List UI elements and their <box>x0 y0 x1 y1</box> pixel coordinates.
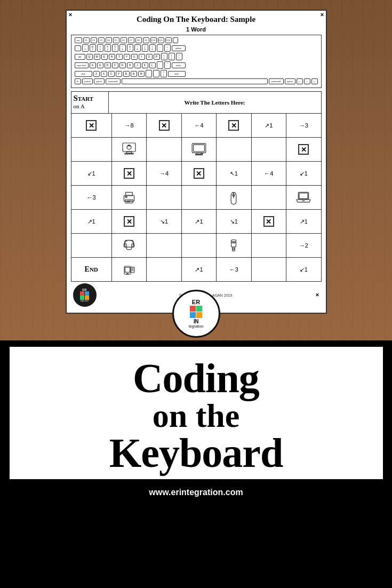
key-quote: "' <box>164 61 171 69</box>
key-minus: _- <box>157 44 163 52</box>
cell-4-4 <box>181 186 216 210</box>
key-p: P <box>154 54 160 60</box>
direction-text: ←4 <box>194 122 203 129</box>
svg-rect-21 <box>299 193 308 198</box>
svg-rect-28 <box>231 240 236 248</box>
key-fn: fn <box>75 78 81 84</box>
key-f3: F3 <box>98 37 105 43</box>
key-v: V <box>116 71 122 77</box>
key-tab: tab <box>75 54 85 60</box>
direction-text: →3 <box>299 122 308 129</box>
website-label: www.erintegration.com <box>149 488 243 497</box>
cell-4-7 <box>286 186 321 210</box>
start-label: START <box>74 94 106 103</box>
direction-text: ↘1 <box>160 218 168 225</box>
direction-text: ↙1 <box>87 170 95 177</box>
title-line1: Coding <box>20 357 372 399</box>
key-slash: ?/ <box>161 70 167 77</box>
key-equals: += <box>164 44 171 52</box>
key-m: M <box>138 71 145 77</box>
key-option-right: option <box>285 78 295 84</box>
logo-overlay: ER IN tegration <box>172 290 220 338</box>
key-7: &7 <box>127 44 133 52</box>
key-5: %5 <box>112 44 118 52</box>
key-f9: F9 <box>143 37 149 43</box>
table-row: →2 <box>71 234 321 258</box>
key-d: D <box>105 62 111 68</box>
key-r: R <box>109 54 115 60</box>
cell-6-6 <box>251 234 286 258</box>
direction-text: →4 <box>159 170 169 177</box>
cell-7-2 <box>111 258 146 282</box>
key-ctrl: control <box>82 78 93 84</box>
key-row-2: `~ !1 @2 #3 $4 %5 ^6 &7 *8 (9 )0 _- += d… <box>75 44 318 52</box>
key-f12: F12 <box>165 37 172 43</box>
direction-text: ↗1 <box>87 218 95 225</box>
direction-text: ←3 <box>229 266 238 273</box>
key-lbracket: {[ <box>161 53 167 60</box>
cell-2-7: ✕ <box>286 138 321 162</box>
svg-point-32 <box>233 248 235 250</box>
key-power <box>173 37 178 43</box>
key-x: X <box>101 71 107 77</box>
cell-3-7: ↙1 <box>286 162 321 186</box>
title-line3: Keyboard <box>20 432 372 474</box>
table-row: ↙1 ✕ →4 ✕ ↖1 ←4 ↙1 <box>71 162 321 186</box>
cell-3-5: ↖1 <box>217 162 251 186</box>
key-1: !1 <box>82 44 89 52</box>
key-i: I <box>139 54 145 60</box>
worksheet-title: Coding On The Keyboard: Sample <box>71 15 322 24</box>
cell-7-3 <box>147 258 181 282</box>
corner-br: ✕ <box>315 292 319 298</box>
cell-4-2 <box>111 186 146 210</box>
key-backslash: |\ <box>176 53 182 60</box>
key-b: B <box>123 71 130 77</box>
cell-6-3 <box>147 234 181 258</box>
cell-7-4: ↗1 <box>181 258 216 282</box>
key-capslock: caps lock <box>75 62 89 68</box>
cell-1-5: ✕ <box>217 114 251 138</box>
key-j: J <box>134 62 141 68</box>
cell-7-6 <box>251 258 286 282</box>
computer-icon <box>112 138 146 161</box>
key-y: Y <box>124 54 130 60</box>
key-delete: delete <box>172 45 186 51</box>
direction-text: ←3 <box>87 194 96 201</box>
key-row-4: caps lock A S D F G H J K L :; "' enter <box>75 61 318 69</box>
background: ✕ ✕ Coding On The Keyboard: Sample 1 Wor… <box>0 0 392 588</box>
cell-5-7: ↗1 <box>286 210 321 234</box>
key-backtick: `~ <box>75 45 81 51</box>
svg-rect-30 <box>232 242 233 243</box>
table-row: ←3 <box>71 186 321 210</box>
key-period: . <box>153 70 159 77</box>
cell-6-7: →2 <box>286 234 321 258</box>
table-row: ✕ →8 ✕ ←4 ✕ ↗1 →3 <box>71 114 321 138</box>
key-0: )0 <box>149 44 156 52</box>
cell-3-1: ↙1 <box>71 162 111 186</box>
key-esc: esc <box>75 37 82 43</box>
main-grid: ✕ →8 ✕ ←4 ✕ ↗1 →3 <box>71 113 322 282</box>
cell-5-3: ↘1 <box>147 210 181 234</box>
svg-rect-35 <box>127 274 129 275</box>
svg-rect-0 <box>123 143 135 152</box>
title-line2: on the <box>20 399 372 432</box>
key-arrow-up: ↑ <box>304 78 310 84</box>
svg-rect-10 <box>194 145 205 152</box>
write-here-label: Write The Letters Here: <box>109 92 321 113</box>
direction-text: ↙1 <box>300 266 308 273</box>
worksheet-wrapper: ✕ ✕ Coding On The Keyboard: Sample 1 Wor… <box>66 10 327 314</box>
cell-3-3: →4 <box>147 162 181 186</box>
key-f5: F5 <box>113 37 119 43</box>
cell-7-7: ↙1 <box>286 258 321 282</box>
cell-6-4 <box>181 234 216 258</box>
direction-text: ↙1 <box>300 170 308 177</box>
svg-rect-36 <box>131 267 134 273</box>
key-o: O <box>146 54 153 60</box>
key-n: N <box>131 71 137 77</box>
cell-3-6: ←4 <box>251 162 286 186</box>
direction-text: ↗1 <box>195 266 203 273</box>
key-f1: F1 <box>83 37 90 43</box>
direction-text: ←4 <box>264 170 273 177</box>
key-t: T <box>116 54 123 60</box>
key-a: A <box>90 62 96 68</box>
